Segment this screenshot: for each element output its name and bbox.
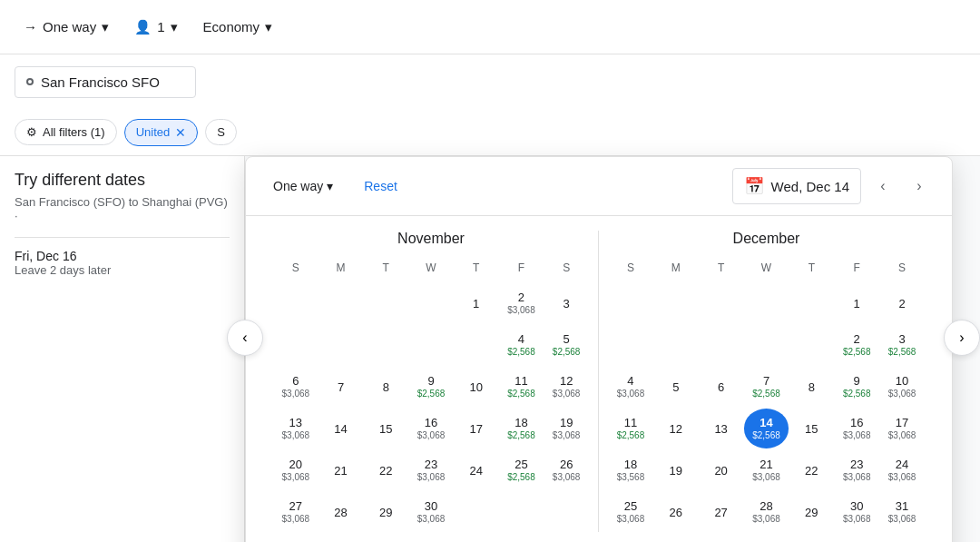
day-cell[interactable]: 9$2,568 [834, 367, 879, 407]
passengers-chevron: ▾ [171, 19, 178, 35]
day-cell[interactable]: 14$2,568 [744, 409, 789, 448]
day-number: 2 [854, 333, 860, 345]
day-cell[interactable]: 22 [789, 450, 834, 490]
day-number: 26 [560, 458, 573, 470]
day-cell[interactable]: 12 [653, 409, 699, 448]
day-cell[interactable]: 11$2,568 [608, 409, 653, 448]
day-cell[interactable]: 14 [318, 409, 364, 448]
day-cell[interactable]: 21 [318, 450, 364, 490]
day-cell[interactable]: 16$3,068 [834, 409, 879, 448]
calendar-trip-type-label: One way [273, 179, 323, 193]
day-cell[interactable]: 10$3,068 [879, 367, 925, 407]
trip-type-selector[interactable]: → One way ▾ [15, 14, 118, 41]
day-number: 17 [469, 423, 482, 435]
day-cell[interactable]: 15 [363, 409, 408, 448]
day-cell[interactable]: 27$3,068 [273, 492, 318, 532]
date-nav-next-button[interactable]: › [905, 172, 934, 201]
day-cell[interactable]: 19$3,068 [544, 409, 589, 448]
day-cell[interactable]: 22 [363, 450, 408, 490]
nov-day-header-m: M [318, 258, 364, 278]
day-cell[interactable]: 11$2,568 [499, 367, 544, 407]
day-number: 6 [718, 381, 724, 393]
day-price: $2,568 [553, 347, 581, 358]
day-cell[interactable]: 12$3,068 [544, 367, 589, 407]
day-cell[interactable]: 31$3,068 [879, 492, 925, 532]
day-cell[interactable]: 24 [454, 450, 499, 490]
day-cell[interactable]: 19 [653, 450, 699, 490]
day-cell[interactable]: 29 [363, 492, 408, 532]
day-cell[interactable]: 7$2,568 [744, 367, 789, 407]
selected-date-display[interactable]: 📅 Wed, Dec 14 [732, 168, 861, 204]
day-cell[interactable]: 27 [699, 492, 744, 532]
chevron-right-icon: › [959, 330, 964, 346]
day-cell[interactable]: 2 [879, 283, 925, 323]
day-cell[interactable]: 29 [789, 492, 834, 532]
calendar-nav-prev[interactable]: ‹ [227, 320, 263, 356]
day-cell[interactable]: 8 [363, 367, 408, 407]
day-cell[interactable]: 7 [318, 367, 364, 407]
day-cell[interactable]: 13$3,068 [273, 409, 318, 448]
day-number: 12 [560, 375, 573, 387]
calendar-nav-next[interactable]: › [944, 320, 980, 356]
day-cell[interactable]: 5$2,568 [544, 325, 589, 365]
day-cell[interactable]: 3 [544, 283, 589, 323]
flight-result-item[interactable]: Fri, Dec 16 Leave 2 days later [15, 237, 230, 288]
day-cell[interactable]: 24$3,068 [879, 450, 925, 490]
day-cell[interactable]: 15 [789, 409, 834, 448]
cabin-class-selector[interactable]: Economy ▾ [194, 14, 282, 41]
day-number: 20 [714, 465, 727, 477]
day-cell[interactable]: 30$3,068 [834, 492, 879, 532]
day-cell[interactable]: 28 [318, 492, 364, 532]
airline-filter-chip[interactable]: United ✕ [124, 119, 199, 146]
calendar-trip-type-selector[interactable]: One way ▾ [264, 173, 342, 199]
day-cell[interactable]: 2$3,068 [499, 283, 544, 323]
day-price: $2,568 [843, 347, 871, 358]
day-cell[interactable]: 21$3,068 [744, 450, 789, 490]
date-nav-prev-button[interactable]: ‹ [868, 172, 897, 201]
day-number: 19 [670, 465, 682, 477]
empty-day-cell [273, 325, 318, 365]
day-cell[interactable]: 8 [789, 367, 834, 407]
day-cell[interactable]: 25$2,568 [499, 450, 544, 490]
origin-dot-icon [26, 78, 34, 85]
day-cell[interactable]: 3$2,568 [879, 325, 925, 365]
day-price: $3,068 [617, 389, 645, 399]
day-cell[interactable]: 26$3,068 [544, 450, 589, 490]
day-cell[interactable]: 5 [653, 367, 699, 407]
day-cell[interactable]: 6$3,068 [273, 367, 318, 407]
stops-filter-chip[interactable]: S [205, 119, 237, 145]
day-cell[interactable]: 25$3,068 [608, 492, 653, 532]
day-cell[interactable]: 20 [699, 450, 744, 490]
all-filters-chip[interactable]: ⚙ All filters (1) [15, 119, 117, 145]
day-cell[interactable]: 13 [699, 409, 744, 448]
day-price: $3,068 [282, 430, 310, 441]
day-cell[interactable]: 17$3,068 [879, 409, 925, 448]
empty-day-cell [408, 325, 454, 365]
person-icon: 👤 [134, 19, 152, 35]
day-cell[interactable]: 4$2,568 [499, 325, 544, 365]
day-cell[interactable]: 6 [699, 367, 744, 407]
day-cell[interactable]: 26 [653, 492, 699, 532]
origin-input[interactable]: San Francisco SFO [15, 66, 196, 98]
day-cell[interactable]: 20$3,068 [273, 450, 318, 490]
day-cell[interactable]: 1 [454, 283, 499, 323]
day-cell[interactable]: 18$2,568 [499, 409, 544, 448]
day-cell[interactable]: 16$3,068 [408, 409, 454, 448]
day-number: 5 [564, 333, 570, 345]
empty-day-cell [744, 325, 789, 365]
day-cell[interactable]: 2$2,568 [834, 325, 879, 365]
day-cell[interactable]: 18$3,568 [608, 450, 653, 490]
empty-day-cell [363, 283, 408, 323]
day-cell[interactable]: 10 [454, 367, 499, 407]
day-cell[interactable]: 17 [454, 409, 499, 448]
day-cell[interactable]: 4$3,068 [608, 367, 653, 407]
airline-filter-close-icon[interactable]: ✕ [175, 125, 186, 140]
day-cell[interactable]: 28$3,068 [744, 492, 789, 532]
day-cell[interactable]: 23$3,068 [834, 450, 879, 490]
day-cell[interactable]: 30$3,068 [408, 492, 454, 532]
passengers-selector[interactable]: 👤 1 ▾ [125, 14, 186, 41]
day-cell[interactable]: 1 [834, 283, 879, 323]
reset-button[interactable]: Reset [357, 173, 405, 199]
day-cell[interactable]: 9$2,568 [408, 367, 454, 407]
day-cell[interactable]: 23$3,068 [408, 450, 454, 490]
